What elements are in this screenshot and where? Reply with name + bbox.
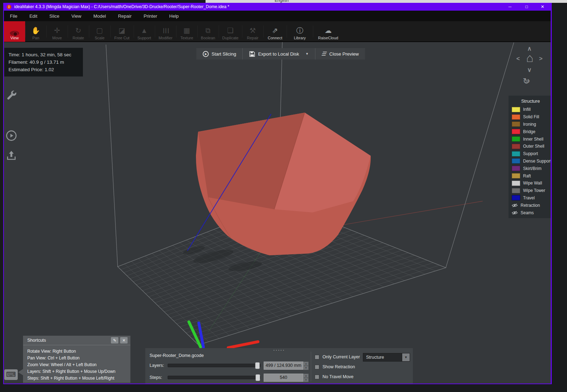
only-current-layer-checkbox[interactable]: Only Current Layer: [315, 354, 360, 359]
layers-icon: ☰: [321, 51, 328, 57]
checkbox-icon[interactable]: [315, 365, 319, 369]
menu-model[interactable]: Model: [88, 11, 112, 21]
repair-wrench-icon: ⚒: [249, 26, 256, 36]
layers-slider-handle[interactable]: [255, 362, 260, 369]
legend-item-outer-shell[interactable]: Outer Shell: [509, 143, 551, 150]
color-swatch: [512, 188, 520, 193]
title-bar: i ideaMaker 4.3.3 (Mingda Magician Max) …: [4, 3, 551, 11]
legend-item-travel[interactable]: Travel: [509, 194, 551, 202]
move-cross-icon: ✛: [54, 26, 60, 36]
legend-item-solid-fill[interactable]: Solid Fill: [509, 113, 551, 121]
play-icon: ▶: [203, 51, 209, 57]
toolbar-library-button[interactable]: ⓘ Library: [287, 21, 313, 42]
machine-settings-button[interactable]: [5, 90, 17, 103]
layers-spinner[interactable]: ▲ ▼: [303, 362, 309, 370]
color-swatch: [512, 195, 520, 200]
upload-button[interactable]: [6, 149, 17, 162]
preview-action-bar: ▶ Start Slicing Export to Local Disk ▼ ☰…: [196, 48, 365, 59]
maximize-button[interactable]: □: [520, 3, 534, 11]
spin-down-icon[interactable]: ▼: [303, 366, 309, 370]
steps-slider[interactable]: [168, 376, 260, 379]
steps-slider-handle[interactable]: [256, 374, 260, 381]
menu-slice[interactable]: Slice: [43, 11, 65, 21]
support-icon: ▲: [141, 26, 148, 36]
color-swatch: [512, 136, 520, 142]
toolbar-rotate-button: ↻ Rotate: [68, 21, 89, 42]
export-dropdown-caret[interactable]: ▼: [305, 52, 309, 56]
steps-spinner[interactable]: ▲ ▼: [303, 374, 309, 382]
duplicate-icon: ❏: [227, 26, 234, 36]
window-title: ideaMaker 4.3.3 (Mingda Magician Max) - …: [14, 4, 229, 9]
checkbox-icon[interactable]: [315, 375, 319, 379]
menu-help[interactable]: Help: [163, 11, 185, 21]
close-button[interactable]: ✕: [535, 3, 550, 11]
eye-hidden-icon: [512, 210, 518, 215]
menu-view[interactable]: View: [66, 11, 88, 21]
toolbar-duplicate-button: ❏ Duplicate: [219, 21, 242, 42]
color-swatch: [512, 181, 520, 186]
layers-value[interactable]: 499 / 124.930 mm: [264, 362, 303, 370]
close-preview-button[interactable]: ☰ Close Preview: [315, 48, 365, 59]
nav-3d-rotate-icon[interactable]: ↻ 3D: [523, 76, 535, 87]
shortcut-line: Zoom View: Wheel / Alt + Left Button: [27, 362, 130, 368]
play-circle-icon: [6, 130, 17, 141]
legend-item-wipe-wall[interactable]: Wipe Wall: [509, 180, 551, 187]
layers-label: Layers:: [150, 363, 164, 368]
toolbar-scale-button: ▢ Scale: [89, 21, 110, 42]
legend-item-dense-support[interactable]: Dense Support: [509, 158, 551, 165]
nav-down-icon[interactable]: ∨: [526, 66, 533, 74]
legend-item-skirt-brim[interactable]: Skirt/Brim: [509, 165, 551, 172]
legend-item-retraction[interactable]: Retraction: [509, 201, 551, 209]
legend-item-infill[interactable]: Infill: [509, 106, 551, 113]
nav-left-icon[interactable]: <: [515, 55, 521, 62]
checkbox-icon[interactable]: [315, 355, 319, 359]
legend-item-bridge[interactable]: Bridge: [509, 128, 551, 135]
menu-file[interactable]: File: [4, 11, 23, 21]
menu-repair[interactable]: Repair: [112, 11, 137, 21]
nav-right-icon[interactable]: >: [538, 55, 544, 62]
color-swatch: [512, 158, 520, 164]
legend-item-wipe-tower[interactable]: Wipe Tower: [509, 187, 551, 194]
spin-up-icon[interactable]: ▲: [303, 374, 309, 378]
legend-item-raft[interactable]: Raft: [509, 172, 551, 180]
legend-item-seams[interactable]: Seams: [509, 209, 551, 216]
toolbar-raisecloud-button[interactable]: ☁ RaiseCloud: [313, 21, 343, 42]
spin-up-icon[interactable]: ▲: [303, 362, 309, 366]
no-travel-move-checkbox[interactable]: No Travel Move: [315, 374, 354, 379]
chevron-down-icon[interactable]: ▼: [402, 353, 410, 361]
view-mode-dropdown[interactable]: Structure ▼: [363, 353, 410, 362]
layers-slider[interactable]: [168, 364, 260, 367]
legend-item-support[interactable]: Support: [509, 150, 551, 158]
toolbar-view-button[interactable]: View: [4, 21, 25, 42]
minimize-button[interactable]: ─: [503, 3, 517, 11]
cloud-icon: ☁: [325, 26, 332, 36]
toolbar-connect-button[interactable]: ⇗ Connect: [263, 21, 287, 42]
app-logo-icon: i: [7, 5, 11, 9]
shortcuts-tail: [18, 369, 23, 375]
keyboard-shortcuts-button[interactable]: ⌨: [4, 369, 18, 380]
start-slicing-button[interactable]: ▶ Start Slicing: [196, 48, 242, 59]
steps-value[interactable]: 540: [264, 374, 303, 382]
toolbar-boolean-button: ⧉ Boolean: [197, 21, 219, 42]
stat-time: Time: 1 hours, 32 min, 58 sec: [9, 51, 79, 58]
preview-viewport[interactable]: Time: 1 hours, 32 min, 58 sec Filament: …: [4, 42, 551, 384]
close-shortcuts-button[interactable]: ✕: [120, 337, 128, 343]
start-print-button[interactable]: [6, 130, 17, 143]
layer-preview-panel: ····· Super-Rooter_Dome.gcode Layers: 49…: [145, 348, 413, 384]
menu-printer[interactable]: Printer: [137, 11, 163, 21]
menu-edit[interactable]: Edit: [23, 11, 43, 21]
desktop: English i ideaMaker 4.3.3 (Mingda Magici…: [0, 0, 567, 392]
edit-shortcuts-button[interactable]: ✎: [111, 337, 118, 343]
legend-item-ironing[interactable]: Ironing: [509, 121, 551, 128]
color-swatch: [512, 173, 520, 178]
panel-drag-handle[interactable]: ·····: [273, 348, 285, 351]
stat-price: Estimated Price: 1.02: [9, 66, 79, 73]
show-retraction-checkbox[interactable]: Show Retraction: [315, 364, 355, 369]
legend-item-inner-shell[interactable]: Inner Shell: [509, 135, 551, 143]
toolbar-pan-button: ✋ Pan: [25, 21, 46, 42]
toolbar-modifier-button: ☰ Modifier: [155, 21, 176, 42]
nav-home-icon[interactable]: ⌂: [523, 52, 536, 64]
shortcuts-panel: Shortcuts ✎ ✕ Rotate View: Right Button …: [23, 336, 130, 383]
spin-down-icon[interactable]: ▼: [303, 378, 309, 382]
export-to-local-disk-button[interactable]: Export to Local Disk ▼: [242, 48, 315, 59]
